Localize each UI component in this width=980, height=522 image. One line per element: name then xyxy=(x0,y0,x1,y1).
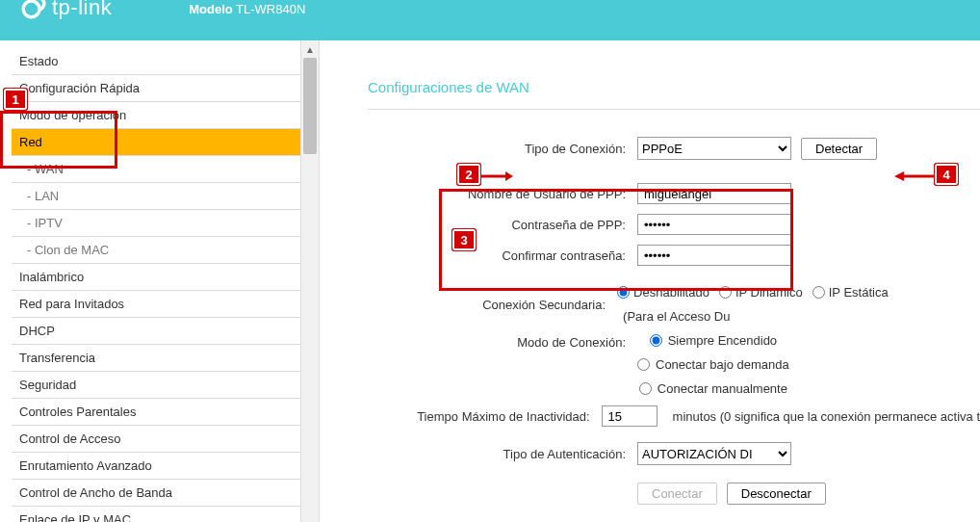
conn-type-select[interactable]: PPPoE xyxy=(637,137,791,160)
sidebar-subitem-lan[interactable]: - LAN xyxy=(12,183,300,210)
auth-type-select[interactable]: AUTORIZACIÓN DI xyxy=(637,442,791,465)
connect-button[interactable]: Conectar xyxy=(637,483,717,505)
model-info: Modelo TL-WR840N xyxy=(189,2,305,16)
sidebar-subitem-iptv[interactable]: - IPTV xyxy=(12,210,300,237)
sidebar-item-dhcp[interactable]: DHCP xyxy=(12,318,300,345)
radio-sec-disabled[interactable]: Deshabilitado xyxy=(617,285,709,300)
radio-mode-always[interactable]: Siempre Encendido xyxy=(650,333,777,348)
label-conn-mode: Modo de Conexión: xyxy=(368,333,637,350)
sidebar-subitem-clon-mac[interactable]: - Clon de MAC xyxy=(12,237,300,264)
max-idle-hint: minutos (0 significa que la conexión per… xyxy=(673,409,980,424)
sidebar-item-enlace-ip-mac[interactable]: Enlace de IP y MAC xyxy=(12,507,300,522)
detect-button[interactable]: Detectar xyxy=(801,138,877,160)
scroll-up-icon[interactable]: ▲ xyxy=(301,40,319,58)
sidebar-item-enrutamiento-avanzado[interactable]: Enrutamiento Avanzado xyxy=(12,453,300,480)
sidebar-item-config-rapida[interactable]: Configuración Rápida xyxy=(12,75,300,102)
sidebar-item-inalambrico[interactable]: Inalámbrico xyxy=(12,264,300,291)
sidebar-item-transferencia[interactable]: Transferencia xyxy=(12,345,300,372)
sidebar-item-seguridad[interactable]: Seguridad xyxy=(12,372,300,399)
svg-point-0 xyxy=(23,1,39,17)
sec-conn-hint: (Para el Acceso Du xyxy=(623,309,730,324)
ppp-user-input[interactable] xyxy=(637,183,791,204)
sidebar-item-estado[interactable]: Estado xyxy=(12,48,300,75)
radio-mode-manual[interactable]: Conectar manualmente xyxy=(639,381,787,396)
label-secondary-conn: Conexión Secundaria: xyxy=(368,298,617,312)
ppp-pass-input[interactable] xyxy=(637,214,791,235)
label-auth-type: Tipo de Autenticación: xyxy=(368,447,637,461)
ppp-pass-confirm-input[interactable] xyxy=(637,245,791,266)
radio-sec-static-ip[interactable]: IP Estática xyxy=(812,285,889,300)
scroll-thumb[interactable] xyxy=(303,58,317,154)
sidebar-item-controles-parentales[interactable]: Controles Parentales xyxy=(12,399,300,426)
sidebar-item-red[interactable]: Red xyxy=(12,129,300,156)
section-divider xyxy=(368,109,980,110)
radio-mode-demand[interactable]: Conectar bajo demanda xyxy=(637,357,789,372)
radio-sec-dyn-ip[interactable]: IP Dinámico xyxy=(719,285,803,300)
sidebar-item-modo-operacion[interactable]: Modo de operación xyxy=(12,102,300,129)
sidebar-item-red-invitados[interactable]: Red para Invitados xyxy=(12,291,300,318)
max-idle-input[interactable] xyxy=(602,405,658,427)
label-conn-type: Tipo de Conexión: xyxy=(368,142,637,156)
app-header: tp-link Modelo TL-WR840N xyxy=(0,0,980,40)
tp-link-logo-icon xyxy=(19,0,46,21)
label-max-idle: Tiempo Máximo de Inactividad: xyxy=(368,409,602,424)
sidebar-item-control-ancho-banda[interactable]: Control de Ancho de Banda xyxy=(12,480,300,507)
sidebar-subitem-wan[interactable]: - WAN xyxy=(12,156,300,183)
sidebar-scrollbar[interactable]: ▲ xyxy=(300,40,320,522)
sidebar-item-control-acceso[interactable]: Control de Acceso xyxy=(12,426,300,453)
label-ppp-user: Nombre de Usuario de PPP: xyxy=(368,187,637,201)
label-ppp-pass: Contraseña de PPP: xyxy=(368,218,637,232)
disconnect-button[interactable]: Desconectar xyxy=(727,483,826,505)
wan-settings-panel: Configuraciones de WAN Tipo de Conexión:… xyxy=(320,40,980,522)
brand-text: tp-link xyxy=(52,0,112,20)
label-ppp-pass-confirm: Confirmar contraseña: xyxy=(368,248,637,263)
section-title: Configuraciones de WAN xyxy=(368,79,980,95)
sidebar-menu: Estado Configuración Rápida Modo de oper… xyxy=(0,40,300,522)
